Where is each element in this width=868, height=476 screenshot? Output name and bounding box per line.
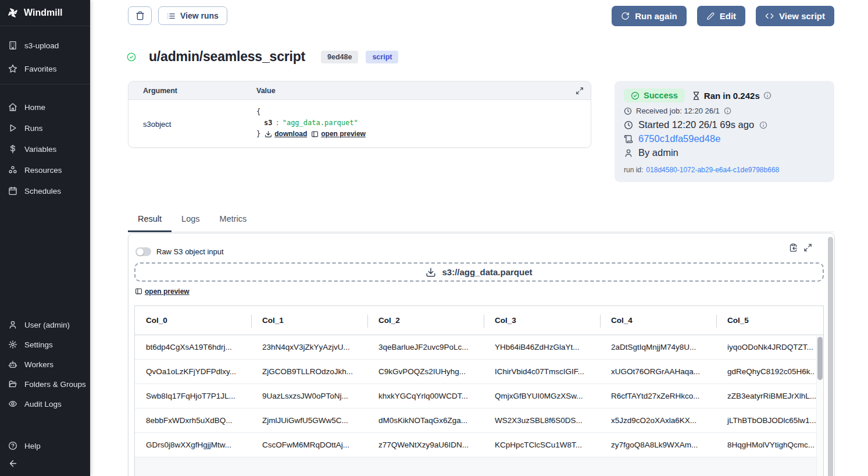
column-header[interactable]: Col_3 (484, 316, 600, 325)
table-cell: IChirVbid4c07TmscIGIF... (484, 367, 600, 376)
tab-logs[interactable]: Logs (172, 213, 209, 232)
view-runs-button[interactable]: View runs (158, 6, 227, 25)
column-header[interactable]: Col_4 (600, 316, 716, 325)
sidebar-item-help[interactable]: Help (0, 436, 90, 456)
s3-file-download-area[interactable]: s3://agg_data.parquet (134, 262, 824, 282)
sidebar-item-audit-logs[interactable]: Audit Logs (0, 394, 90, 414)
result-panel: Raw S3 object input s3://agg_data.parque… (128, 233, 835, 476)
sidebar-item-home[interactable]: Home (0, 97, 90, 118)
table-scrollbar-thumb[interactable] (817, 337, 823, 380)
table-cell: KCpHpcTClcSCu1W8T... (484, 441, 600, 449)
star-icon (8, 64, 17, 73)
column-header[interactable]: Col_1 (251, 316, 367, 325)
result-scrollbar[interactable] (828, 237, 833, 476)
raw-s3-toggle[interactable] (135, 247, 151, 256)
expand-arguments-icon[interactable] (576, 87, 584, 95)
copy-result-icon[interactable] (789, 243, 798, 252)
table-cell: xUGOt76ORGrAAHaqa... (600, 367, 716, 376)
sidebar-item-user[interactable]: User (admin) (0, 315, 90, 335)
job-hash-link[interactable]: 6750c1dfa59ed48e (638, 133, 720, 144)
toolbar-right: Run again Edit View script (612, 6, 834, 26)
run-duration: Ran in 0.242s (692, 91, 771, 101)
windmill-logo-icon (8, 8, 18, 18)
script-hash-badge: 9ed48e (321, 51, 358, 63)
sidebar: Windmill s3-upload Favorites Home R (0, 0, 90, 476)
table-row: QvOa1oLzKFjYDFPdlxy... ZjGCOB9TLLROdzoJk… (135, 360, 823, 384)
table-cell: x5Jzd9cO2oXAxla6KX... (600, 416, 716, 425)
sidebar-item-workers[interactable]: Workers (0, 354, 90, 374)
table-cell: GDrs0j8wXXgfHgjjMtw... (135, 441, 251, 449)
list-icon (167, 12, 176, 20)
help-circle-icon (8, 441, 17, 450)
sidebar-item-folders-groups[interactable]: Folders & Groups (0, 374, 90, 394)
received-job-line: Received job: 12:20 26/1 (624, 106, 825, 115)
hourglass-icon (692, 91, 701, 100)
sidebar-item-s3-upload[interactable]: s3-upload (0, 34, 90, 57)
run-info-panel: Success Ran in 0.242s Received job: 12:2… (615, 81, 834, 182)
run-id-link[interactable]: 018d4580-1072-ab29-e6a4-c1de9798b668 (646, 166, 779, 174)
run-again-button[interactable]: Run again (612, 6, 687, 26)
trash-icon (135, 11, 145, 20)
pencil-icon (706, 12, 715, 20)
open-preview-link[interactable]: open preview (135, 287, 190, 296)
info-icon[interactable] (724, 107, 731, 115)
edit-button[interactable]: Edit (697, 6, 745, 26)
json-close-brace: } (256, 129, 260, 140)
sidebar-item-label: s3-upload (24, 41, 59, 50)
json-open-brace: { (256, 106, 591, 118)
download-link[interactable]: download (265, 129, 307, 140)
sidebar-item-label: Resources (24, 166, 62, 175)
user-icon (8, 320, 17, 329)
json-key: s3 (264, 119, 272, 127)
arrow-left-icon (8, 459, 18, 468)
app-logo[interactable]: Windmill (0, 0, 90, 26)
table-cell: dM0sKikNOTaqGx6Zga... (367, 416, 484, 425)
table-scrollbar[interactable] (816, 336, 823, 476)
script-type-badge: script (366, 51, 398, 63)
sidebar-item-label: Favorites (24, 65, 57, 73)
info-icon[interactable] (763, 91, 771, 100)
app-name: Windmill (24, 8, 63, 18)
page-header: u/admin/seamless_script 9ed48e script (127, 49, 398, 65)
expand-result-icon[interactable] (803, 243, 812, 252)
result-data-table: Col_0 Col_1 Col_2 Col_3 Col_4 Col_5 bt6d… (134, 306, 824, 476)
sidebar-item-runs[interactable]: Runs (0, 118, 90, 138)
sidebar-item-label: Runs (24, 124, 43, 133)
argument-name: s3object (128, 100, 256, 147)
check-circle-icon (631, 91, 640, 100)
sidebar-item-favorites[interactable]: Favorites (0, 57, 90, 80)
arguments-table: Argument Value s3object { s3:"agg_data.p… (128, 81, 591, 148)
column-header[interactable]: Col_2 (367, 316, 484, 325)
info-icon[interactable] (759, 121, 767, 129)
column-header[interactable]: Col_5 (716, 316, 824, 325)
table-cell: jLThBTbOBJODlc65lw1... (716, 416, 824, 425)
table-header-row: Col_0 Col_1 Col_2 Col_3 Col_4 Col_5 (135, 306, 823, 335)
tab-metrics[interactable]: Metrics (210, 213, 257, 232)
sidebar-item-variables[interactable]: Variables (0, 138, 90, 159)
run-id-line: run id: 018d4580-1072-ab29-e6a4-c1de9798… (624, 166, 825, 174)
view-script-button[interactable]: View script (756, 6, 834, 26)
sidebar-item-label: Settings (24, 340, 53, 349)
clock-icon (624, 120, 633, 130)
table-row: GDrs0j8wXXgfHgjjMtw... CscOFwM6MRqDOttAj… (135, 433, 823, 457)
sidebar-item-resources[interactable]: Resources (0, 159, 90, 180)
table-row: Swb8Iq17FqHjoT7P1JL... 9UazLsxzsJW0oPToN… (135, 384, 823, 408)
table-cell: ZjGCOB9TLLROdzoJkh... (251, 367, 367, 376)
table-cell: 9UazLsxzsJW0oPToNj... (251, 392, 367, 400)
table-row: 8ebbFxWDxrh5uXdBQ... ZjmlJUiGwfU5GWw5C..… (135, 408, 823, 433)
tab-result[interactable]: Result (128, 213, 172, 232)
argument-column-header: Argument (128, 87, 256, 95)
table-cell: 23hN4qxV3jZkYyAzjvU... (251, 343, 367, 351)
sidebar-item-settings[interactable]: Settings (0, 335, 90, 354)
delete-run-button[interactable] (128, 6, 152, 25)
column-header[interactable]: Col_0 (135, 316, 251, 325)
table-cell: bt6dp4CgXsA19T6hdrj... (135, 343, 251, 351)
sidebar-item-schedules[interactable]: Schedules (0, 180, 90, 201)
open-preview-link[interactable]: open preview (311, 129, 366, 140)
raw-s3-toggle-label: Raw S3 object input (156, 247, 224, 256)
job-hash-line: 6750c1dfa59ed48e (624, 133, 825, 144)
play-icon (8, 123, 17, 133)
collapse-sidebar-button[interactable] (8, 459, 18, 468)
argument-value: { s3:"agg_data.parquet" } download (256, 100, 591, 147)
table-cell: QvOa1oLzKFjYDFPdlxy... (135, 367, 251, 376)
